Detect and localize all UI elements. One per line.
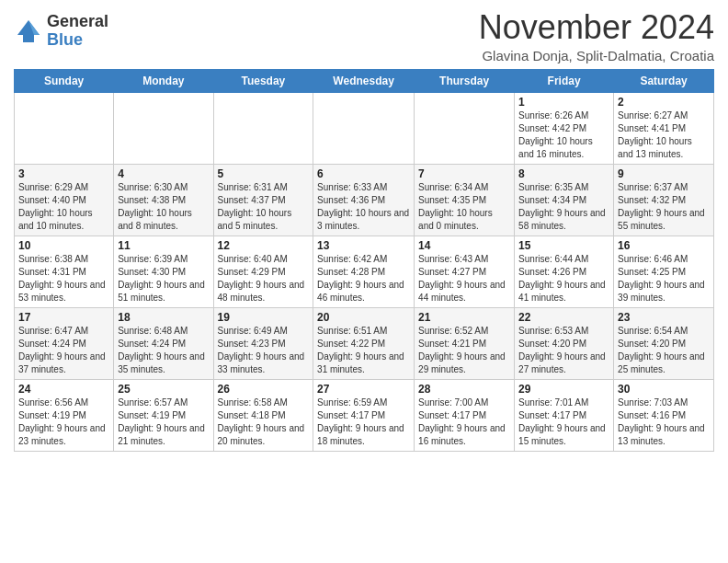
month-title: November 2024 xyxy=(479,9,714,46)
day-number: 24 xyxy=(18,383,109,396)
day-number: 20 xyxy=(317,311,410,324)
calendar-cell: 28Sunrise: 7:00 AM Sunset: 4:17 PM Dayli… xyxy=(415,379,515,451)
day-info: Sunrise: 6:39 AM Sunset: 4:30 PM Dayligh… xyxy=(118,253,209,304)
day-number: 19 xyxy=(218,311,310,324)
day-number: 23 xyxy=(618,311,710,324)
day-number: 3 xyxy=(18,167,109,180)
logo-blue: Blue xyxy=(47,31,108,50)
day-number: 7 xyxy=(418,167,510,180)
day-number: 14 xyxy=(418,239,510,252)
day-info: Sunrise: 6:47 AM Sunset: 4:24 PM Dayligh… xyxy=(18,325,109,376)
day-info: Sunrise: 6:33 AM Sunset: 4:36 PM Dayligh… xyxy=(317,181,410,233)
header-monday: Monday xyxy=(114,69,213,92)
calendar-week-1: 3Sunrise: 6:29 AM Sunset: 4:40 PM Daylig… xyxy=(15,164,714,236)
day-info: Sunrise: 6:27 AM Sunset: 4:41 PM Dayligh… xyxy=(618,109,710,161)
logo-general: General xyxy=(47,13,108,31)
calendar-cell: 24Sunrise: 6:56 AM Sunset: 4:19 PM Dayli… xyxy=(15,379,114,451)
calendar-cell: 7Sunrise: 6:34 AM Sunset: 4:35 PM Daylig… xyxy=(415,164,515,236)
day-number: 27 xyxy=(317,383,410,396)
day-info: Sunrise: 6:56 AM Sunset: 4:19 PM Dayligh… xyxy=(18,396,109,448)
calendar-table: Sunday Monday Tuesday Wednesday Thursday… xyxy=(14,69,714,452)
day-number: 22 xyxy=(518,311,609,324)
calendar-cell: 12Sunrise: 6:40 AM Sunset: 4:29 PM Dayli… xyxy=(213,236,313,307)
logo-text: General Blue xyxy=(47,13,108,50)
day-number: 4 xyxy=(118,167,209,180)
location: Glavina Donja, Split-Dalmatia, Croatia xyxy=(479,48,714,63)
calendar-cell: 13Sunrise: 6:42 AM Sunset: 4:28 PM Dayli… xyxy=(313,236,415,307)
day-number: 17 xyxy=(18,311,109,324)
header: General Blue November 2024 Glavina Donja… xyxy=(14,9,714,63)
header-saturday: Saturday xyxy=(614,69,714,92)
header-sunday: Sunday xyxy=(15,69,114,92)
calendar-cell: 25Sunrise: 6:57 AM Sunset: 4:19 PM Dayli… xyxy=(114,379,213,451)
title-block: November 2024 Glavina Donja, Split-Dalma… xyxy=(479,9,714,63)
day-number: 16 xyxy=(618,239,710,252)
calendar-cell: 1Sunrise: 6:26 AM Sunset: 4:42 PM Daylig… xyxy=(515,92,614,164)
day-info: Sunrise: 6:44 AM Sunset: 4:26 PM Dayligh… xyxy=(518,253,609,304)
logo: General Blue xyxy=(14,13,108,50)
day-number: 11 xyxy=(118,239,209,252)
calendar-cell: 9Sunrise: 6:37 AM Sunset: 4:32 PM Daylig… xyxy=(614,164,714,236)
calendar-week-4: 24Sunrise: 6:56 AM Sunset: 4:19 PM Dayli… xyxy=(15,379,714,451)
day-info: Sunrise: 6:35 AM Sunset: 4:34 PM Dayligh… xyxy=(518,181,609,233)
day-number: 6 xyxy=(317,167,410,180)
day-info: Sunrise: 7:00 AM Sunset: 4:17 PM Dayligh… xyxy=(418,396,510,448)
day-info: Sunrise: 6:30 AM Sunset: 4:38 PM Dayligh… xyxy=(118,181,209,233)
calendar-cell: 17Sunrise: 6:47 AM Sunset: 4:24 PM Dayli… xyxy=(15,307,114,379)
day-info: Sunrise: 6:29 AM Sunset: 4:40 PM Dayligh… xyxy=(18,181,109,233)
day-info: Sunrise: 6:51 AM Sunset: 4:22 PM Dayligh… xyxy=(317,325,410,376)
calendar-cell: 30Sunrise: 7:03 AM Sunset: 4:16 PM Dayli… xyxy=(614,379,714,451)
day-number: 1 xyxy=(518,96,609,109)
calendar-cell: 10Sunrise: 6:38 AM Sunset: 4:31 PM Dayli… xyxy=(15,236,114,307)
header-thursday: Thursday xyxy=(415,69,515,92)
header-friday: Friday xyxy=(515,69,614,92)
header-wednesday: Wednesday xyxy=(313,69,415,92)
day-number: 5 xyxy=(218,167,310,180)
day-number: 10 xyxy=(18,239,109,252)
day-info: Sunrise: 6:38 AM Sunset: 4:31 PM Dayligh… xyxy=(18,253,109,304)
day-info: Sunrise: 6:42 AM Sunset: 4:28 PM Dayligh… xyxy=(317,253,410,304)
calendar-cell xyxy=(415,92,515,164)
day-info: Sunrise: 6:31 AM Sunset: 4:37 PM Dayligh… xyxy=(218,181,310,233)
day-number: 21 xyxy=(418,311,510,324)
calendar-cell xyxy=(114,92,213,164)
calendar-cell: 26Sunrise: 6:58 AM Sunset: 4:18 PM Dayli… xyxy=(213,379,313,451)
day-number: 12 xyxy=(218,239,310,252)
day-number: 29 xyxy=(518,383,609,396)
day-info: Sunrise: 7:01 AM Sunset: 4:17 PM Dayligh… xyxy=(518,396,609,448)
day-number: 13 xyxy=(317,239,410,252)
day-info: Sunrise: 6:49 AM Sunset: 4:23 PM Dayligh… xyxy=(218,325,310,376)
calendar-cell xyxy=(213,92,313,164)
calendar-cell xyxy=(313,92,415,164)
calendar-cell: 8Sunrise: 6:35 AM Sunset: 4:34 PM Daylig… xyxy=(515,164,614,236)
day-info: Sunrise: 6:26 AM Sunset: 4:42 PM Dayligh… xyxy=(518,109,609,161)
day-number: 30 xyxy=(618,383,710,396)
calendar-cell: 6Sunrise: 6:33 AM Sunset: 4:36 PM Daylig… xyxy=(313,164,415,236)
day-info: Sunrise: 6:53 AM Sunset: 4:20 PM Dayligh… xyxy=(518,325,609,376)
day-number: 26 xyxy=(218,383,310,396)
calendar-cell: 27Sunrise: 6:59 AM Sunset: 4:17 PM Dayli… xyxy=(313,379,415,451)
calendar-cell: 4Sunrise: 6:30 AM Sunset: 4:38 PM Daylig… xyxy=(114,164,213,236)
calendar-week-2: 10Sunrise: 6:38 AM Sunset: 4:31 PM Dayli… xyxy=(15,236,714,307)
day-number: 25 xyxy=(118,383,209,396)
logo-icon xyxy=(14,17,43,46)
day-info: Sunrise: 6:59 AM Sunset: 4:17 PM Dayligh… xyxy=(317,396,410,448)
calendar-cell: 15Sunrise: 6:44 AM Sunset: 4:26 PM Dayli… xyxy=(515,236,614,307)
day-info: Sunrise: 6:54 AM Sunset: 4:20 PM Dayligh… xyxy=(618,325,710,376)
day-info: Sunrise: 6:57 AM Sunset: 4:19 PM Dayligh… xyxy=(118,396,209,448)
day-info: Sunrise: 6:37 AM Sunset: 4:32 PM Dayligh… xyxy=(618,181,710,233)
day-number: 8 xyxy=(518,167,609,180)
day-info: Sunrise: 6:46 AM Sunset: 4:25 PM Dayligh… xyxy=(618,253,710,304)
calendar-cell: 29Sunrise: 7:01 AM Sunset: 4:17 PM Dayli… xyxy=(515,379,614,451)
day-number: 15 xyxy=(518,239,609,252)
day-number: 2 xyxy=(618,96,710,109)
calendar-cell xyxy=(15,92,114,164)
day-info: Sunrise: 6:52 AM Sunset: 4:21 PM Dayligh… xyxy=(418,325,510,376)
day-number: 9 xyxy=(618,167,710,180)
header-tuesday: Tuesday xyxy=(213,69,313,92)
day-info: Sunrise: 6:58 AM Sunset: 4:18 PM Dayligh… xyxy=(218,396,310,448)
day-info: Sunrise: 6:48 AM Sunset: 4:24 PM Dayligh… xyxy=(118,325,209,376)
calendar-week-0: 1Sunrise: 6:26 AM Sunset: 4:42 PM Daylig… xyxy=(15,92,714,164)
day-number: 18 xyxy=(118,311,209,324)
calendar-cell: 21Sunrise: 6:52 AM Sunset: 4:21 PM Dayli… xyxy=(415,307,515,379)
